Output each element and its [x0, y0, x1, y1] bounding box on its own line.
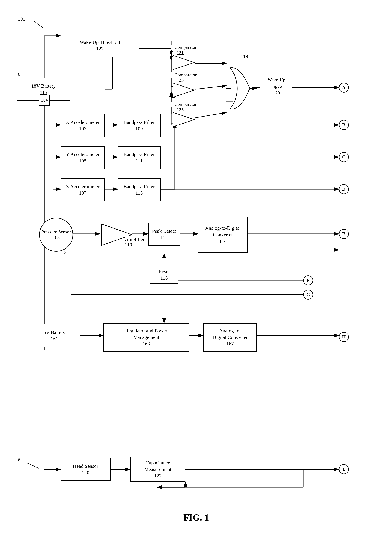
y-accel-label: Y Accelerometer: [66, 151, 99, 158]
comparator-123-shape: [171, 81, 196, 99]
bandpass-109-ref: 109: [135, 125, 143, 132]
battery-6v-ref: 161: [51, 336, 58, 342]
regulator-block: Regulator and Power Management 163: [104, 323, 189, 351]
head-sensor-ref: 120: [82, 469, 89, 476]
amplifier-ref: 110: [125, 242, 132, 248]
pressure-sensor-block: Pressure Sensor 108: [39, 218, 73, 252]
ref-6-top: 6: [18, 71, 20, 77]
ref-3: 3: [64, 250, 66, 255]
comparator-125-area: Comparator 125: [171, 111, 196, 129]
bandpass-109-block: Bandpass Filter 109: [118, 114, 161, 137]
wakeup-threshold-block: Wake-Up Threshold 127: [61, 34, 139, 57]
svg-marker-61: [173, 55, 194, 70]
adc-114-block: Analog-to-Digital Converter 114: [198, 217, 248, 253]
comparator-121-title: Comparator: [171, 45, 200, 50]
head-sensor-label: Head Sensor: [73, 463, 98, 469]
svg-line-45: [28, 463, 39, 468]
comparator-121-shape: [171, 53, 196, 71]
comparator-125-shape: [171, 111, 196, 129]
diagram: 101 Wake-Up Threshold 127 18V Battery 11…: [0, 0, 392, 539]
or-gate-shape: [227, 64, 259, 112]
x-accel-label: X Accelerometer: [66, 119, 100, 125]
bandpass-111-block: Bandpass Filter 111: [118, 146, 161, 169]
connector-f: F: [303, 275, 313, 285]
bandpass-111-label: Bandpass Filter: [124, 151, 155, 158]
peak-detect-block: Peak Detect 112: [148, 223, 180, 246]
battery-18v-label: 18V Battery: [31, 83, 56, 89]
peak-detect-label: Peak Detect: [152, 228, 176, 234]
wakeup-trigger-label: Wake-Up Trigger 129: [260, 77, 293, 96]
reset-block: Reset 116: [150, 266, 178, 284]
wakeup-threshold-ref: 127: [96, 46, 104, 52]
x-accel-block: X Accelerometer 103: [61, 114, 105, 137]
peak-detect-ref: 112: [161, 234, 168, 241]
connector-c: C: [339, 152, 349, 162]
bandpass-111-ref: 111: [136, 158, 143, 164]
connector-g: G: [303, 290, 313, 300]
comparator-125-ref: 125: [173, 107, 187, 112]
z-accel-block: Z Accelerometer 107: [61, 178, 105, 201]
comparator-125-title: Comparator: [171, 102, 200, 107]
bandpass-109-label: Bandpass Filter: [124, 119, 155, 125]
or-gate-119: 119: [227, 64, 259, 113]
comparator-123-title: Comparator: [171, 72, 200, 78]
capacitance-ref: 122: [154, 473, 162, 479]
comparator-121-ref: 121: [173, 50, 187, 55]
capacitance-block: Capacitance Measurement 122: [130, 457, 185, 482]
comparator-123-area: Comparator 123: [171, 81, 196, 100]
comparator-121-area: Comparator 121: [171, 53, 196, 72]
y-accel-block: Y Accelerometer 105: [61, 146, 105, 169]
bandpass-113-ref: 113: [136, 190, 143, 196]
pressure-sensor-label: Pressure Sensor: [41, 229, 71, 235]
regulator-ref: 163: [142, 341, 150, 347]
svg-line-29: [195, 86, 227, 89]
z-accel-ref: 107: [79, 190, 86, 196]
svg-marker-64: [173, 83, 194, 97]
adc-167-ref: 167: [226, 341, 234, 347]
svg-line-30: [195, 112, 227, 118]
amplifier-label: Amplifier: [125, 236, 144, 242]
capacitance-label: Capacitance Measurement: [144, 460, 171, 473]
battery-6v-label: 6V Battery: [43, 329, 65, 336]
bandpass-113-label: Bandpass Filter: [124, 183, 155, 190]
figure-label: FIG. 1: [161, 512, 232, 523]
adc-114-ref: 114: [219, 238, 227, 244]
ref-6-bottom: 6: [18, 457, 20, 463]
connector-i: I: [339, 464, 349, 474]
z-accel-label: Z Accelerometer: [66, 183, 99, 190]
adc-114-label: Analog-to-Digital Converter: [205, 225, 241, 238]
battery-6v-block: 6V Battery 161: [28, 324, 80, 347]
head-sensor-block: Head Sensor 120: [61, 458, 111, 481]
reset-ref: 116: [161, 275, 168, 281]
connector-e: E: [339, 229, 349, 239]
bandpass-113-block: Bandpass Filter 113: [118, 178, 161, 201]
adc-167-label: Analog-to- Digital Converter: [213, 327, 248, 341]
ref-164-label: 164: [41, 97, 48, 103]
pressure-sensor-ref: 108: [53, 235, 60, 240]
reset-label: Reset: [159, 268, 170, 275]
regulator-label: Regulator and Power Management: [125, 327, 167, 341]
or-gate-ref: 119: [241, 53, 248, 59]
wakeup-threshold-label: Wake-Up Threshold: [80, 39, 120, 46]
comparator-123-ref: 123: [173, 78, 187, 83]
y-accel-ref: 105: [79, 158, 86, 164]
ref-101: 101: [18, 16, 25, 22]
amplifier-area: Amplifier 110: [100, 222, 134, 248]
svg-marker-67: [173, 112, 194, 127]
connector-d: D: [339, 184, 349, 194]
connector-a: A: [339, 83, 349, 93]
connector-b: B: [339, 120, 349, 130]
adc-167-block: Analog-to- Digital Converter 167: [203, 323, 257, 351]
ref-164-box: 164: [39, 95, 50, 106]
svg-line-2: [34, 21, 43, 28]
x-accel-ref: 103: [79, 125, 86, 132]
connector-h: H: [339, 332, 349, 342]
